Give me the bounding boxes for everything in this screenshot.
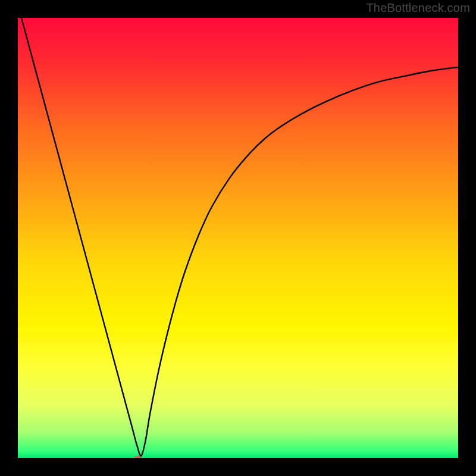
plot-svg xyxy=(18,18,458,458)
plot-area xyxy=(18,18,458,458)
gradient-background xyxy=(18,18,458,458)
watermark-text: TheBottleneck.com xyxy=(366,1,470,15)
chart-container: TheBottleneck.com xyxy=(0,0,476,476)
